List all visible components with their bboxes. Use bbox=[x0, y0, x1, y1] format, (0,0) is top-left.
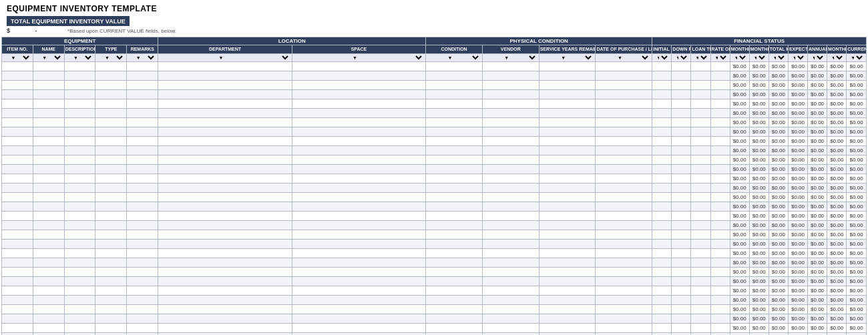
filter-downpayment[interactable]: ▼ bbox=[672, 54, 691, 62]
table-cell[interactable] bbox=[64, 212, 95, 221]
table-row[interactable]: $0.00$0.00$0.00$0.00$0.00$0.00$0.00 bbox=[2, 71, 867, 81]
table-cell[interactable] bbox=[426, 62, 483, 71]
table-cell[interactable] bbox=[292, 221, 425, 230]
table-cell[interactable] bbox=[426, 286, 483, 296]
table-cell[interactable] bbox=[64, 314, 95, 324]
table-cell[interactable] bbox=[426, 202, 483, 212]
table-cell[interactable] bbox=[426, 99, 483, 109]
table-cell[interactable] bbox=[691, 212, 710, 221]
table-cell[interactable] bbox=[672, 62, 691, 71]
table-cell[interactable] bbox=[64, 268, 95, 277]
table-cell[interactable]: $0.00 bbox=[827, 221, 847, 230]
table-cell[interactable]: $0.00 bbox=[827, 240, 847, 249]
table-cell[interactable] bbox=[539, 221, 596, 230]
table-cell[interactable] bbox=[292, 174, 425, 184]
table-cell[interactable]: $0.00 bbox=[769, 118, 788, 127]
table-cell[interactable]: $0.00 bbox=[730, 268, 749, 277]
table-cell[interactable] bbox=[691, 230, 710, 240]
table-cell[interactable] bbox=[539, 81, 596, 90]
table-cell[interactable] bbox=[95, 212, 127, 221]
table-cell[interactable]: $0.00 bbox=[769, 268, 788, 277]
table-cell[interactable] bbox=[672, 193, 691, 202]
table-cell[interactable] bbox=[158, 165, 292, 174]
table-cell[interactable]: $0.00 bbox=[730, 212, 749, 221]
table-cell[interactable] bbox=[691, 286, 710, 296]
table-cell[interactable] bbox=[691, 146, 710, 155]
table-cell[interactable] bbox=[2, 99, 33, 109]
table-cell[interactable]: $0.00 bbox=[769, 137, 788, 146]
table-cell[interactable] bbox=[127, 296, 158, 305]
table-cell[interactable]: $0.00 bbox=[769, 286, 788, 296]
table-cell[interactable] bbox=[691, 193, 710, 202]
table-cell[interactable] bbox=[482, 174, 539, 184]
table-cell[interactable] bbox=[652, 305, 672, 314]
table-cell[interactable] bbox=[2, 81, 33, 90]
table-cell[interactable]: $0.00 bbox=[847, 118, 867, 127]
table-cell[interactable] bbox=[64, 127, 95, 137]
table-cell[interactable] bbox=[672, 155, 691, 165]
table-cell[interactable]: $0.00 bbox=[808, 193, 827, 202]
table-cell[interactable] bbox=[158, 230, 292, 240]
table-cell[interactable] bbox=[95, 90, 127, 99]
table-cell[interactable] bbox=[127, 268, 158, 277]
table-cell[interactable] bbox=[672, 212, 691, 221]
table-row[interactable]: $0.00$0.00$0.00$0.00$0.00$0.00$0.00 bbox=[2, 99, 867, 109]
table-cell[interactable]: $0.00 bbox=[847, 268, 867, 277]
table-cell[interactable]: $0.00 bbox=[730, 137, 749, 146]
table-cell[interactable]: $0.00 bbox=[827, 155, 847, 165]
table-cell[interactable] bbox=[95, 221, 127, 230]
table-cell[interactable]: $0.00 bbox=[788, 202, 807, 212]
table-cell[interactable] bbox=[95, 230, 127, 240]
table-cell[interactable] bbox=[292, 146, 425, 155]
table-cell[interactable] bbox=[158, 99, 292, 109]
table-cell[interactable]: $0.00 bbox=[847, 90, 867, 99]
table-cell[interactable] bbox=[127, 71, 158, 81]
table-cell[interactable]: $0.00 bbox=[749, 286, 769, 296]
table-cell[interactable] bbox=[2, 296, 33, 305]
table-cell[interactable] bbox=[691, 305, 710, 314]
table-cell[interactable] bbox=[426, 268, 483, 277]
table-cell[interactable] bbox=[539, 62, 596, 71]
table-cell[interactable] bbox=[33, 109, 64, 118]
table-cell[interactable] bbox=[652, 212, 672, 221]
table-cell[interactable] bbox=[539, 155, 596, 165]
table-cell[interactable]: $0.00 bbox=[730, 230, 749, 240]
table-cell[interactable]: $0.00 bbox=[749, 109, 769, 118]
table-cell[interactable]: $0.00 bbox=[730, 71, 749, 81]
table-cell[interactable] bbox=[127, 174, 158, 184]
table-cell[interactable] bbox=[710, 99, 730, 109]
filter-vendor[interactable]: ▼ bbox=[482, 54, 539, 62]
table-cell[interactable] bbox=[482, 155, 539, 165]
table-cell[interactable] bbox=[158, 314, 292, 324]
table-row[interactable]: $0.00$0.00$0.00$0.00$0.00$0.00$0.00 bbox=[2, 81, 867, 90]
table-cell[interactable]: $0.00 bbox=[730, 109, 749, 118]
table-cell[interactable] bbox=[672, 90, 691, 99]
table-cell[interactable] bbox=[127, 258, 158, 268]
filter-datepurchase[interactable]: ▼ bbox=[596, 54, 652, 62]
table-cell[interactable] bbox=[127, 137, 158, 146]
table-cell[interactable] bbox=[33, 184, 64, 193]
table-cell[interactable] bbox=[127, 184, 158, 193]
table-cell[interactable]: $0.00 bbox=[749, 71, 769, 81]
table-cell[interactable]: $0.00 bbox=[808, 277, 827, 286]
table-cell[interactable]: $0.00 bbox=[788, 286, 807, 296]
table-cell[interactable]: $0.00 bbox=[749, 193, 769, 202]
table-cell[interactable] bbox=[710, 249, 730, 258]
table-cell[interactable] bbox=[33, 258, 64, 268]
table-cell[interactable]: $0.00 bbox=[847, 258, 867, 268]
filter-space[interactable]: ▼ bbox=[292, 54, 425, 62]
table-cell[interactable]: $0.00 bbox=[847, 184, 867, 193]
table-cell[interactable] bbox=[482, 240, 539, 249]
table-cell[interactable]: $0.00 bbox=[788, 268, 807, 277]
table-cell[interactable] bbox=[482, 165, 539, 174]
table-cell[interactable] bbox=[482, 81, 539, 90]
table-cell[interactable] bbox=[292, 62, 425, 71]
table-cell[interactable] bbox=[64, 118, 95, 127]
table-cell[interactable] bbox=[482, 324, 539, 333]
table-cell[interactable] bbox=[539, 258, 596, 268]
table-cell[interactable] bbox=[482, 249, 539, 258]
table-cell[interactable]: $0.00 bbox=[730, 165, 749, 174]
table-cell[interactable] bbox=[710, 258, 730, 268]
table-cell[interactable]: $0.00 bbox=[808, 71, 827, 81]
table-cell[interactable] bbox=[95, 71, 127, 81]
